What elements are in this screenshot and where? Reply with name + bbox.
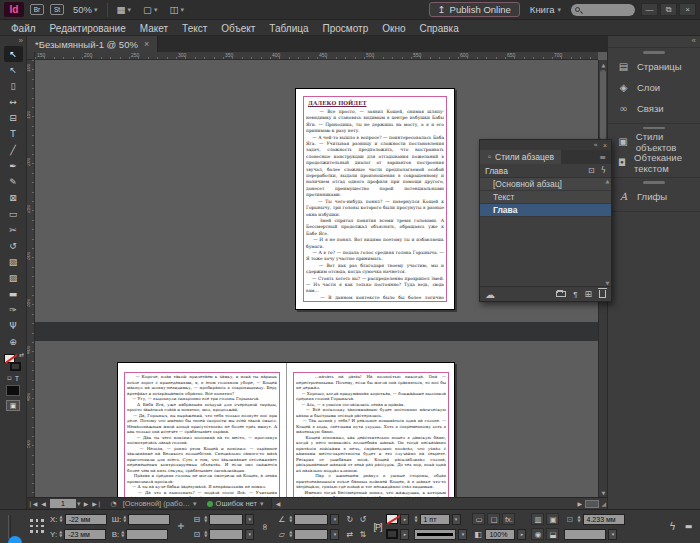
panel-text-wrap[interactable]: ◘ Обтекание текстом	[608, 152, 700, 173]
scale-y-field[interactable]	[209, 529, 243, 540]
tools-panel-collapse-icon[interactable]: »	[0, 36, 26, 46]
x-stepper[interactable]: ▲▼	[60, 515, 63, 523]
width-stepper[interactable]: ▲▼	[123, 515, 126, 523]
stroke-dropdown[interactable]: ▸	[400, 529, 409, 540]
gradient-swatch-tool[interactable]: ▧	[4, 254, 23, 270]
content-collector-tool[interactable]: ⊟	[4, 110, 23, 126]
page-1[interactable]: ДАЛЕКО ПОЙДЕТ — Все просто, — заявил Кощ…	[295, 88, 455, 310]
stock-button[interactable]: St	[50, 4, 64, 15]
scale-x-stepper[interactable]: ▲▼	[204, 515, 207, 523]
zoom-level-dropdown[interactable]: 50% ▾	[70, 2, 101, 17]
spread-pages-2-3[interactable]: — Короче, план такой: прилетаем к замку,…	[117, 362, 455, 497]
panel-grip-bar[interactable]: « ×	[480, 140, 611, 150]
next-page-button[interactable]: ▶	[81, 500, 92, 507]
menu-item[interactable]: Просмотр	[316, 23, 376, 34]
formatting-affects-text-button[interactable]: T	[15, 375, 19, 382]
corner-radius-stepper[interactable]: ▲▼	[577, 515, 580, 523]
menu-item[interactable]: Редактирование	[43, 23, 133, 34]
apply-color-button[interactable]	[6, 385, 20, 396]
corner-shape-button[interactable]: ▢	[487, 513, 500, 525]
list-scrollbar[interactable]: ▲▼	[604, 178, 611, 286]
shear-dropdown[interactable]: ▾	[330, 529, 339, 540]
pencil-tool[interactable]: ✎	[4, 174, 23, 190]
style-override-highlighter-icon[interactable]: ⊡	[588, 166, 595, 175]
scale-x-dropdown[interactable]: ▾	[245, 514, 254, 525]
zoom-tool[interactable]: ⊕	[4, 334, 23, 350]
screen-mode-dropdown[interactable]: ▢ ▾	[140, 2, 161, 17]
panel-collapse-icon[interactable]: «	[594, 141, 598, 149]
preflight-icon[interactable]: ◔	[111, 500, 117, 508]
menu-item[interactable]: Объект	[214, 23, 262, 34]
menu-item[interactable]: Справка	[412, 23, 465, 34]
dock-group-handle[interactable]	[643, 181, 665, 184]
stroke-swatch[interactable]	[10, 362, 21, 371]
panel-layers[interactable]: ◈ Слои	[608, 77, 700, 98]
style-text[interactable]: Текст	[480, 191, 611, 204]
panel-close-icon[interactable]: ×	[603, 142, 607, 149]
restore-button[interactable]: ⧉	[660, 3, 677, 16]
width-field[interactable]	[128, 514, 170, 525]
clear-overrides-icon[interactable]: ¶	[573, 290, 577, 299]
shear-stepper[interactable]: ▲▼	[289, 530, 292, 538]
scale-x-field[interactable]	[209, 514, 243, 525]
paragraph-styles-tab[interactable]: ◦ Стили абзацев	[480, 150, 561, 164]
page-tool[interactable]: ▯	[4, 78, 23, 94]
height-field[interactable]	[126, 529, 168, 540]
previous-page-button[interactable]: ◀	[38, 500, 49, 507]
wrap-offset-field[interactable]	[564, 529, 606, 540]
scroll-down-icon[interactable]: ▼	[599, 488, 607, 497]
opacity-dropdown[interactable]: ▸	[517, 529, 526, 540]
rectangle-tool[interactable]: ▭	[4, 206, 23, 222]
style-basic-paragraph[interactable]: [Основной абзац]	[480, 178, 611, 191]
type-tool[interactable]: T	[4, 126, 23, 142]
view-options-dropdown[interactable]: ▦ ▾	[114, 2, 135, 17]
swap-fill-stroke-icon[interactable]: ⇄	[19, 351, 24, 358]
stroke-color-swatch[interactable]	[386, 529, 398, 539]
last-page-button[interactable]: ▶❘	[92, 500, 103, 507]
scale-y-stepper[interactable]: ▲▼	[204, 530, 207, 538]
horizontal-scrollbar-track[interactable]	[283, 498, 574, 509]
page-number-field[interactable]: 1	[50, 499, 76, 508]
menu-item[interactable]: Таблица	[262, 23, 315, 34]
panel-pages[interactable]: ▤ Страницы	[608, 56, 700, 77]
opacity-field[interactable]: 100%	[485, 529, 515, 540]
rotation-field[interactable]	[294, 514, 328, 525]
menu-item[interactable]: Текст	[175, 23, 214, 34]
spread-view-widget[interactable]	[585, 500, 599, 508]
eyedropper-tool[interactable]: ✑	[4, 302, 23, 318]
search-box[interactable]	[571, 4, 635, 16]
redefine-style-icon[interactable]: ϟ	[601, 166, 606, 175]
panel-links[interactable]: ∞ Связи	[608, 98, 700, 119]
line-tool[interactable]: ╱	[4, 142, 23, 158]
vertical-ruler[interactable]: 100150200250300350400450500	[27, 60, 35, 497]
close-button[interactable]: ×	[679, 3, 696, 16]
create-new-style-icon[interactable]: ⊞	[584, 289, 592, 299]
hand-tool[interactable]: Ψ	[4, 318, 23, 334]
text-frame-page1[interactable]: ДАЛЕКО ПОЙДЕТ — Все просто, — заявил Кощ…	[303, 96, 447, 302]
wrap-jump-button[interactable]: ⬓	[546, 528, 559, 540]
scroll-right-icon[interactable]: ▶	[574, 500, 585, 507]
delete-style-icon[interactable]	[599, 290, 606, 298]
scroll-left-icon[interactable]: ◀	[272, 500, 283, 507]
minimize-button[interactable]: —	[641, 3, 658, 16]
constrain-scale-link-icon[interactable]: ∞	[260, 521, 270, 533]
dock-group-handle[interactable]	[643, 127, 665, 130]
shear-field[interactable]	[294, 529, 328, 540]
free-transform-tool[interactable]: ↺	[4, 238, 23, 254]
text-frame-page3[interactable]: …начать на датах! На полностью никогда. …	[293, 372, 449, 497]
reference-point-proxy[interactable]	[30, 519, 45, 534]
formatting-affects-container-button[interactable]: ▫	[7, 374, 12, 382]
y-field[interactable]: -23 мм	[64, 529, 106, 540]
new-style-group-icon[interactable]	[556, 291, 566, 297]
wrap-offset-dropdown[interactable]: ▾	[608, 529, 617, 540]
direct-selection-tool[interactable]: ↖	[4, 62, 23, 78]
preflight-status-dropdown[interactable]: Ошибок нет ▾	[207, 499, 264, 508]
horizontal-scrollbar[interactable]: ◀ ▶ ◢	[271, 498, 607, 509]
preflight-profile-dropdown[interactable]: [Основной] (рабо… ▾	[123, 499, 197, 508]
dock-collapse-icon[interactable]: «	[608, 36, 700, 47]
horizontal-ruler[interactable]: 150200250300350400450500550600650700	[35, 52, 598, 60]
menu-item[interactable]: Файл	[4, 23, 43, 34]
stroke-style-chevron[interactable]: ▾	[458, 529, 467, 540]
bridge-button[interactable]: Br	[30, 4, 44, 15]
publish-online-button[interactable]: ↥ Publish Online	[429, 2, 520, 17]
